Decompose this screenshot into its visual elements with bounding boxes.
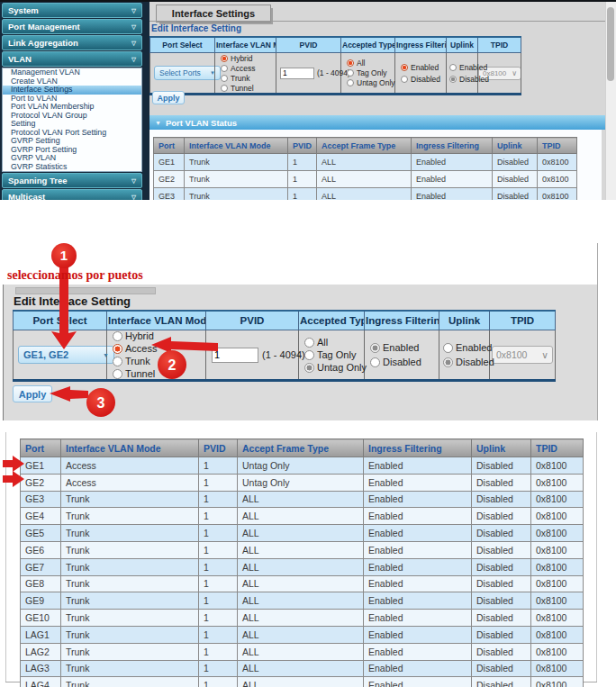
radio-ingress-enabled[interactable] (401, 64, 408, 71)
cell: Trunk (61, 575, 199, 592)
cell: GE7 (21, 558, 61, 575)
cell: Access (61, 457, 199, 475)
cell: Trunk (61, 626, 199, 643)
radio-uplink-enabled[interactable] (449, 64, 457, 71)
chevron-down-icon: ▽ (131, 40, 136, 47)
scrollbar-thumb[interactable] (607, 7, 614, 81)
sidebar-menu-spanning-tree[interactable]: Spanning Tree▽ (2, 173, 142, 188)
radio-uplink-disabled[interactable] (443, 357, 453, 367)
cell: 0x8100 (531, 626, 584, 643)
radio-uplink-enabled[interactable] (443, 343, 453, 353)
cell: Disabled (493, 171, 538, 188)
radio-trunk[interactable] (113, 357, 122, 366)
table-row: GE2Trunk1ALLEnabledDisabled0x8100 (154, 171, 577, 188)
tpid-value: 0x8100 (483, 69, 506, 77)
radio-tunnel[interactable] (221, 85, 228, 92)
col-ingress-filtering: Ingress Filtering (364, 439, 472, 457)
sidebar-bottom-menus: Spanning Tree▽Multicast▽ (0, 173, 149, 200)
cell: 1 (199, 474, 238, 491)
chevron-down-icon: ▽ (131, 177, 136, 185)
edit-table-header-row: Port Select Interface VLAN Mode PVID Acc… (150, 37, 521, 53)
radio-trunk[interactable] (221, 75, 228, 82)
chevron-down-icon: ▽ (131, 194, 136, 201)
cell: 1 (199, 491, 238, 508)
apply-button[interactable]: Apply (13, 385, 52, 402)
radio-label: Trunk (231, 74, 249, 83)
table-row: LAG3Trunk1ALLEnabledDisabled0x8100 (21, 660, 584, 677)
radio-ingress-disabled[interactable] (370, 357, 380, 367)
table-row: GE6Trunk1ALLEnabledDisabled0x8100 (21, 541, 584, 558)
tab-interface-settings[interactable]: Interface Settings (156, 5, 271, 23)
port-select-dropdown[interactable]: Select Ports ▼ (154, 66, 221, 80)
cell: Trunk (61, 541, 199, 558)
radio-all[interactable] (304, 338, 314, 348)
cell: Trunk (61, 491, 199, 508)
menu-label: Port Management (8, 22, 80, 32)
cell: 1 (199, 575, 238, 592)
port-select-dropdown[interactable]: GE1, GE2 ▼ (18, 346, 114, 364)
col-tpid: TPID (538, 138, 577, 154)
cell: ALL (238, 525, 364, 542)
apply-button[interactable]: Apply (152, 91, 185, 104)
cell: LAG3 (21, 660, 61, 677)
col-ingress-filtering: Ingress Filtering (412, 138, 493, 154)
menu-label: Link Aggregation (8, 38, 78, 48)
sidebar-menu-vlan[interactable]: VLAN▽ (2, 51, 142, 67)
radio-untag-only[interactable] (347, 79, 354, 86)
table-row: LAG1Trunk1ALLEnabledDisabled0x8100 (21, 626, 584, 643)
radio-access[interactable] (221, 65, 228, 72)
col-uplink: Uplink (472, 439, 531, 457)
radio-label: Enabled (383, 342, 419, 353)
radio-label: Enabled (456, 342, 492, 353)
cell: Enabled (364, 491, 472, 508)
cell: 0x8100 (531, 592, 584, 610)
radio-all[interactable] (347, 59, 354, 67)
radio-ingress-enabled[interactable] (370, 343, 380, 353)
cell: Disabled (472, 643, 531, 660)
tpid-select[interactable]: 0x8100 ∨ (492, 346, 553, 364)
cell: ALL (238, 643, 364, 660)
sidebar-menu-multicast[interactable]: Multicast▽ (2, 189, 142, 200)
main-content: Interface Settings Edit Interface Settin… (149, 2, 605, 200)
cell: Disabled (472, 457, 531, 475)
radio-uplink-disabled[interactable] (449, 76, 457, 83)
radio-tunnel[interactable] (113, 369, 122, 379)
radio-ingress-disabled[interactable] (401, 76, 408, 83)
radio-access[interactable] (113, 344, 122, 354)
pvid-input[interactable] (280, 68, 314, 79)
horizontal-scrollbar-thumb[interactable] (15, 287, 156, 294)
cell: ALL (238, 508, 364, 525)
cell: Disabled (493, 188, 538, 201)
col-port: Port (154, 138, 185, 154)
menu-label: System (8, 5, 39, 15)
menu-label: Multicast (8, 192, 45, 200)
radio-tag-only[interactable] (347, 69, 354, 77)
cell: Enabled (364, 660, 472, 677)
cell: GE1 (21, 457, 61, 475)
cell: Disabled (472, 558, 531, 575)
edit-interface-table: Port Select Interface VLAN Mode PVID Acc… (13, 310, 556, 382)
sidebar-menu-system[interactable]: System▽ (2, 3, 142, 18)
col-pvid: PVID (199, 439, 238, 457)
status-bar-title: Port VLAN Status (166, 118, 237, 128)
menu-label: VLAN (8, 54, 32, 64)
radio-untag-only[interactable] (304, 363, 314, 373)
cell: Enabled (412, 171, 493, 188)
radio-hybrid[interactable] (113, 331, 122, 341)
radio-hybrid[interactable] (221, 55, 228, 62)
radio-tag-only[interactable] (304, 350, 314, 360)
col-ingress-filtering: Ingress Filtering (365, 311, 439, 330)
sidebar-menu-link-aggregation[interactable]: Link Aggregation▽ (2, 35, 142, 50)
sidebar-item-gvrp-statistics[interactable]: GVRP Statistics (3, 163, 141, 172)
cell: Enabled (364, 558, 472, 575)
port-vlan-status-bar[interactable]: ▼ Port VLAN Status (149, 115, 605, 130)
cell: ALL (238, 592, 364, 610)
cell: Enabled (412, 154, 493, 171)
sidebar-item-protocol-vlan-group-setting[interactable]: Protocol VLAN Group Setting (3, 112, 141, 129)
cell: Enabled (364, 541, 472, 558)
pvid-input[interactable] (212, 348, 258, 363)
cell: Disabled (472, 525, 531, 542)
col-port-select: Port Select (14, 311, 107, 330)
col-pvid: PVID (276, 37, 341, 53)
sidebar-menu-port-management[interactable]: Port Management▽ (2, 19, 142, 34)
